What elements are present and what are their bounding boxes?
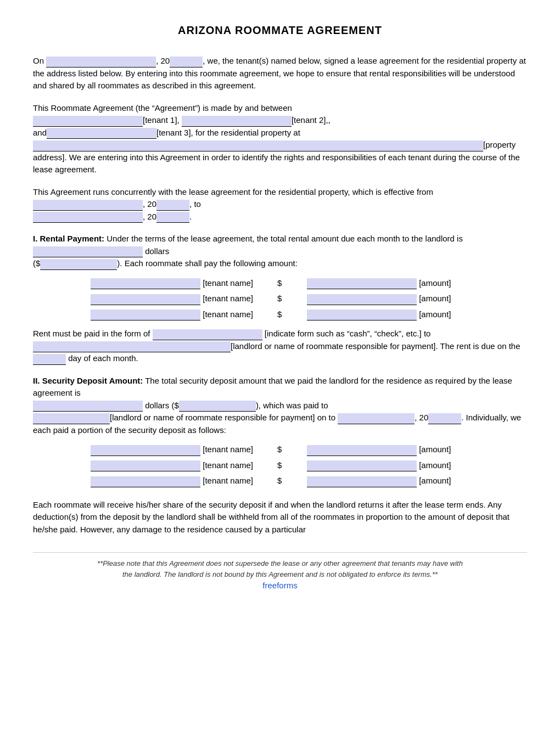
para3-year2-prefix: , 20 (143, 212, 156, 221)
s1-dollar1: $ (277, 278, 282, 288)
section1-text6: [indicate form such as “cash”, “check”, … (265, 329, 431, 338)
field-s2-tenant3-name[interactable] (91, 476, 200, 487)
field-s1-amount1[interactable] (307, 278, 417, 289)
section1-text4: ). Each roommate shall pay the following… (117, 258, 298, 268)
section1-tenant-table: [tenant name] $ [amount] [tenant name] $… (33, 276, 527, 323)
footer-line1: **Please note that this Agreement does n… (33, 558, 527, 569)
s1-label-tenant2: [tenant name] (203, 294, 253, 303)
s1-label-tenant1: [tenant name] (203, 278, 253, 288)
field-deposit-dollars[interactable] (179, 401, 256, 412)
field-s2-tenant2-name[interactable] (91, 460, 200, 471)
s1-amount-label1: [amount] (419, 278, 451, 288)
s2-amount-label3: [amount] (419, 476, 451, 485)
field-due-day[interactable] (33, 354, 66, 365)
s2-dollar2: $ (277, 460, 282, 470)
field-s1-tenant3-name[interactable] (91, 310, 200, 321)
field-year-1[interactable] (170, 57, 203, 68)
s2-label-tenant2: [tenant name] (203, 460, 253, 470)
s2-label-tenant3: [tenant name] (203, 476, 253, 485)
section2-text3: ), which was paid to (256, 401, 328, 410)
table-row: [tenant name] $ [amount] (33, 276, 527, 291)
para3-year1-prefix: , 20 (143, 199, 156, 209)
paragraph-1: On , 20, we, the tenant(s) named below, … (33, 55, 527, 92)
field-payee[interactable] (33, 341, 231, 352)
field-tenant1[interactable] (33, 116, 143, 127)
paragraph-last: Each roommate will receive his/her share… (33, 499, 527, 536)
s2-dollar3: $ (277, 476, 282, 485)
field-s2-amount3[interactable] (307, 476, 417, 487)
para-last-text: Each roommate will receive his/her share… (33, 500, 509, 534)
field-monthly-amount-words[interactable] (33, 246, 143, 257)
field-year-to[interactable] (156, 212, 189, 223)
section1-text8: day of each month. (68, 353, 138, 363)
field-deposit-payee[interactable] (33, 413, 110, 424)
brand-label: freeforms (33, 580, 527, 592)
field-s2-tenant1-name[interactable] (91, 445, 200, 456)
s1-label-tenant3: [tenant name] (203, 310, 253, 319)
footer-line2: the landlord. The landlord is not bound … (33, 569, 527, 580)
field-s2-amount1[interactable] (307, 445, 417, 456)
field-monthly-amount-dollars[interactable] (40, 259, 117, 270)
s1-dollar2: $ (277, 294, 282, 303)
page-title: ARIZONA ROOMMATE AGREEMENT (33, 22, 527, 38)
s1-amount-label2: [amount] (419, 294, 451, 303)
field-s1-tenant2-name[interactable] (91, 294, 200, 305)
field-year-from[interactable] (156, 200, 189, 211)
table-row: [tenant name] $ [amount] (33, 458, 527, 474)
section1-text3: ($ (33, 258, 40, 268)
field-s2-amount2[interactable] (307, 460, 417, 471)
table-row: [tenant name] $ [amount] (33, 291, 527, 307)
field-date-on[interactable] (46, 57, 156, 68)
footer: **Please note that this Agreement does n… (33, 552, 527, 592)
field-tenant2[interactable] (182, 116, 292, 127)
para3-text1: This Agreement runs concurrently with th… (33, 187, 433, 196)
para2-label3: and (33, 128, 47, 137)
para2-label4: [tenant 3], for the residential property… (156, 128, 300, 137)
s1-amount-label3: [amount] (419, 310, 451, 319)
s2-dollar1: $ (277, 445, 282, 454)
para1-year-prefix: , 20 (156, 56, 170, 65)
field-effective-to[interactable] (33, 212, 143, 223)
para1-prefix: On (33, 56, 44, 65)
field-deposit-year[interactable] (428, 413, 461, 424)
section1-text2: dollars (145, 246, 169, 256)
section1-heading: I. Rental Payment: (33, 234, 104, 243)
s2-amount-label2: [amount] (419, 460, 451, 470)
field-property-address[interactable] (33, 140, 483, 151)
section1-text1: Under the terms of the lease agreement, … (107, 234, 463, 243)
field-payment-form[interactable] (153, 329, 262, 340)
s1-dollar3: $ (277, 310, 282, 319)
section1-text5: Rent must be paid in the form of (33, 329, 150, 338)
field-deposit-payment-date[interactable] (338, 413, 415, 424)
field-s1-amount2[interactable] (307, 294, 417, 305)
table-row: [tenant name] $ [amount] (33, 473, 527, 489)
para3-to-text: to (194, 199, 201, 209)
para2-text1: This Roommate Agreement (the “Agreement”… (33, 103, 292, 113)
field-tenant3[interactable] (47, 128, 156, 139)
paragraph-3: This Agreement runs concurrently with th… (33, 186, 527, 223)
table-row: [tenant name] $ [amount] (33, 442, 527, 458)
paragraph-2: This Roommate Agreement (the “Agreement”… (33, 102, 527, 176)
section2-text5: , 20 (415, 413, 428, 422)
s2-label-tenant1: [tenant name] (203, 445, 253, 454)
section-security-deposit: II. Security Deposit Amount: The total s… (33, 375, 527, 489)
field-effective-from[interactable] (33, 200, 143, 211)
s2-amount-label1: [amount] (419, 445, 451, 454)
para2-label2: [tenant 2],, (292, 115, 331, 125)
section2-tenant-table: [tenant name] $ [amount] [tenant name] $… (33, 442, 527, 489)
field-s1-tenant1-name[interactable] (91, 278, 200, 289)
field-s1-amount3[interactable] (307, 310, 417, 321)
section2-text4: [landlord or name of roommate responsibl… (110, 413, 335, 422)
field-deposit-words[interactable] (33, 401, 143, 412)
section2-heading: II. Security Deposit Amount: (33, 376, 143, 385)
section1-text7: [landlord or name of roommate responsibl… (231, 341, 520, 351)
section2-text2: dollars ($ (145, 401, 179, 410)
section-rental-payment: I. Rental Payment: Under the terms of th… (33, 233, 527, 365)
para2-label1: [tenant 1], (143, 115, 180, 125)
table-row: [tenant name] $ [amount] (33, 307, 527, 323)
